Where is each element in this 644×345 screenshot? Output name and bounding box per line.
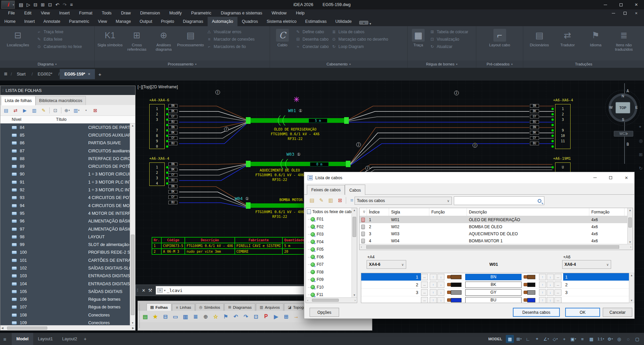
menu-item[interactable]: Dimension <box>136 10 165 16</box>
pal-wizard-icon[interactable]: ★ <box>151 312 159 321</box>
sheet-row[interactable]: 106 Régua de bornes <box>0 296 135 303</box>
nav-zoom-icon[interactable]: ↻ <box>639 166 643 171</box>
ribbon-cablo-button[interactable]: C Cablo <box>272 28 293 60</box>
space-tab[interactable]: Model <box>12 333 33 345</box>
ribbon-processamento[interactable]: ▤Processamento <box>177 28 204 60</box>
wire-detail-button[interactable]: ... <box>421 289 428 296</box>
workspace-gear-icon[interactable]: ⚙ <box>606 335 614 343</box>
wire-down-button[interactable]: ↓ <box>437 289 444 296</box>
menu-item[interactable]: Diagramas e sistemas <box>216 10 267 16</box>
wire-detail-button[interactable]: ... <box>554 297 561 303</box>
drawing-tab[interactable]: EG05-159*× <box>60 69 95 79</box>
sheet-row[interactable]: 92 1 ÷ 3 MOTOR PLC INTERFACE <box>0 186 135 194</box>
menu-item[interactable]: View <box>36 10 55 16</box>
column-nivel[interactable]: Nível <box>12 117 56 122</box>
import-sheet-icon[interactable]: ⇄ <box>12 107 19 114</box>
ok-button[interactable]: OK <box>565 308 600 317</box>
pal-export-icon[interactable]: → <box>292 312 300 321</box>
mdi-restore-button[interactable] <box>619 10 631 16</box>
panel-caption-cabeamento[interactable]: Cabeamento▾ <box>270 60 407 68</box>
sheet-list-hscrollbar[interactable]: ◀▶ <box>0 325 135 330</box>
ribbon-tab[interactable]: Manage <box>111 17 135 26</box>
column-sigla[interactable]: Sigla <box>389 208 429 216</box>
palette-tab[interactable]: ⊞Diagramas <box>224 303 255 311</box>
mdi-minimize-button[interactable] <box>608 10 619 16</box>
menu-item[interactable]: File <box>3 10 19 16</box>
polar-icon[interactable]: ∠ <box>542 335 550 343</box>
panel-caption-diagrama[interactable]: Diagrama▾ <box>0 60 94 68</box>
translate-flag-icon[interactable] <box>82 107 90 114</box>
lineweight-icon[interactable]: ≡ <box>578 335 586 343</box>
menu-item[interactable]: Draw <box>116 10 136 16</box>
tree-item[interactable]: F10 <box>311 284 357 291</box>
open-file-icon[interactable]: ▷ <box>26 2 30 7</box>
new-drawing-tab-button[interactable]: + <box>98 71 101 77</box>
layout-menu-icon[interactable]: ≡ <box>3 336 6 342</box>
ribbon-atualizar[interactable]: ↻Atualizar <box>430 44 468 49</box>
panel-caption-processamento[interactable]: Processamento▾ <box>95 60 270 68</box>
column-indice[interactable]: Índice <box>367 208 389 216</box>
copy-cable-icon[interactable]: ▥ <box>327 197 334 204</box>
wire-row[interactable]: 1 ... ↑ ↓ BN ↑ ↓ ... 1 <box>361 273 633 281</box>
scrollbar-thumb[interactable] <box>628 217 632 228</box>
dialog-maximize-button[interactable] <box>603 172 619 183</box>
compass-west[interactable]: W <box>609 105 612 109</box>
compass-east[interactable]: E <box>635 105 638 109</box>
otrack-icon[interactable]: + <box>560 335 568 343</box>
transparency-icon[interactable]: ▩ <box>587 335 595 343</box>
compass-south[interactable]: S <box>622 117 624 121</box>
sheet-panel-tab[interactable]: Biblioteca macroblocos <box>36 96 86 105</box>
ribbon-tab[interactable]: Home <box>0 17 20 26</box>
pal-new-icon[interactable]: ▤ <box>141 312 149 321</box>
pal-copy-icon[interactable]: ▥ <box>181 312 190 321</box>
qat-menu-icon[interactable]: ≡ <box>70 2 73 7</box>
sheet-row[interactable]: 91 1 ÷ 3 MOTOR PLC INTERFACE <box>0 178 135 186</box>
wire-up-button[interactable]: ↑ <box>430 274 437 280</box>
tree-item[interactable]: F05 <box>311 246 357 253</box>
space-tab[interactable]: Layout1 <box>33 333 57 345</box>
pal-bookmark-icon[interactable]: ⚑ <box>222 312 230 321</box>
sheet-row[interactable]: 88 INTERFACE DO CIRCUITO <box>0 155 135 162</box>
wire-down-button[interactable]: ↓ <box>547 297 554 303</box>
menu-item[interactable]: Modify <box>165 10 186 16</box>
wire-color-name[interactable]: BN <box>465 274 522 280</box>
undo-icon[interactable]: ↶ <box>55 2 59 7</box>
command-line-grip[interactable]: ⁞⁞ <box>137 288 138 293</box>
menu-item[interactable]: Parametric <box>186 10 216 16</box>
ribbon-tab[interactable]: Diagramas <box>178 17 207 26</box>
pal-attach-icon[interactable]: ⊕ <box>202 312 210 321</box>
save-as-icon[interactable]: ⊞ <box>41 2 45 7</box>
sheet-row[interactable]: 85 CIRCUITOS AUXILIARES <box>0 131 135 139</box>
nav-pan-icon[interactable]: ⊞ <box>639 152 643 157</box>
snap-icon[interactable]: ⊞ <box>515 335 523 343</box>
dialog-titlebar[interactable]: Lista de cabos ✕ <box>304 172 634 183</box>
menu-item[interactable]: Edit <box>19 10 36 16</box>
palette-tab[interactable]: ▥Arquivos <box>256 303 283 311</box>
pal-save-all-icon[interactable]: ⊟ <box>161 312 169 321</box>
tab-close-icon[interactable]: × <box>88 72 90 77</box>
wire-up-button[interactable]: ↑ <box>539 289 546 296</box>
search-input[interactable] <box>454 196 544 205</box>
wire-down-button[interactable]: ↓ <box>547 282 554 288</box>
wire-color-name[interactable]: BU <box>465 297 522 303</box>
ribbon-traca-feixe[interactable]: ⌐Traça feixe <box>37 30 82 34</box>
palette-tab[interactable]: ▤Folhas <box>147 303 171 311</box>
print-sheet-icon[interactable]: ⊡ <box>52 107 59 114</box>
grid-icon[interactable]: ▦ <box>506 335 514 343</box>
plot-icon[interactable]: ⊡ <box>48 2 52 7</box>
wire-color-name[interactable]: BK <box>465 282 522 288</box>
cable-row[interactable]: 4 W04 BOMBA MOTOR 1 4x6 <box>360 237 633 244</box>
delete-sheet-icon[interactable]: ⊠ <box>92 107 99 114</box>
tree-item[interactable]: F04 <box>311 238 357 246</box>
ribbon-tab[interactable]: View <box>94 17 111 26</box>
toolbar-icon[interactable] <box>61 107 61 113</box>
sheet-row[interactable]: 87 CIRCUITOS auxiliares-24Vdc <box>0 147 135 155</box>
ribbon-cross-referencias[interactable]: ⊞Cross referências <box>123 28 150 60</box>
ribbon-marcadores-de-fio[interactable]: ⌐Marcadores de fio <box>207 44 255 49</box>
pal-star-icon[interactable]: ☆ <box>212 312 220 321</box>
palette-tab[interactable]: ◎Símbolos <box>196 303 224 311</box>
ribbon-conectar-cabo[interactable]: ≈Conectar cabo <box>296 44 329 49</box>
ribbon-traca-button[interactable]: ▦ Traça <box>410 28 427 60</box>
sheet-row[interactable]: 103 ENTRADAS DIGITAIS <box>0 272 135 280</box>
new-sheet-icon[interactable]: ▤ <box>2 107 10 114</box>
